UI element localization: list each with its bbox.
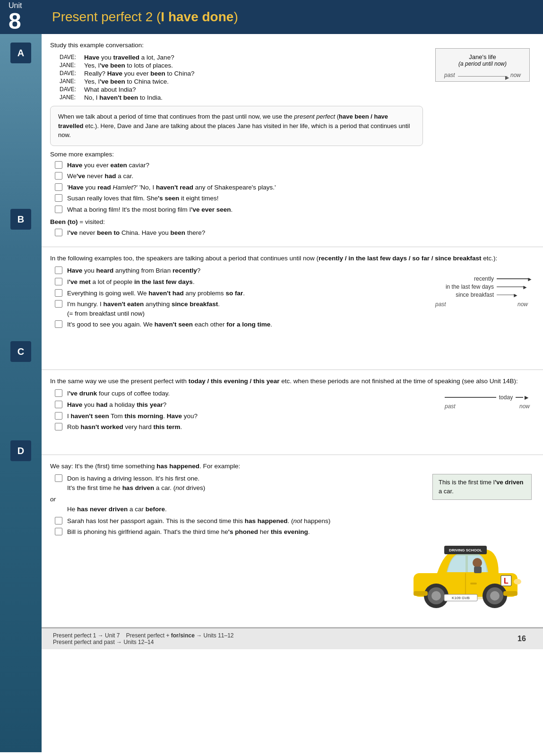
section-c-intro: In the same way we use the present perfe… <box>50 377 532 386</box>
info-box-subtitle: (a period until now) <box>444 60 521 67</box>
example-text: Have you had a holiday this year? <box>67 400 432 410</box>
conv-speaker-2: JANE: <box>60 62 84 69</box>
list-item: It's good to see you again. We haven't s… <box>55 320 423 329</box>
list-item: I'm hungry. I haven't eaten anything sin… <box>55 300 423 318</box>
conv-speaker-5: DAVE: <box>60 86 84 93</box>
examples-list-b: Have you heard anything from Brian recen… <box>55 266 423 329</box>
timeline-now-b: now <box>517 301 528 308</box>
conv-text-5: What about India? <box>84 86 532 93</box>
conv-text-6: No, I haven't been to India. <box>84 94 532 101</box>
svg-rect-11 <box>414 591 428 596</box>
timeline-past: past <box>444 72 455 78</box>
example-text: I haven't seen Tom this morning. Have yo… <box>67 412 432 421</box>
conv-line-5: DAVE: What about India? <box>60 86 532 93</box>
timeline-past-b: past <box>435 301 446 308</box>
checkbox-icon <box>55 172 62 180</box>
list-item: 'Have you read Hamlet?' 'No, I haven't r… <box>55 183 532 192</box>
unit-label: Unit 8 <box>0 0 43 36</box>
checkbox-icon <box>55 183 62 191</box>
example-text: Don is having a driving lesson. It's his… <box>67 474 425 492</box>
list-item: Have you ever eaten caviar? <box>55 161 532 170</box>
page-footer: Present perfect 1 → Unit 7 Present perfe… <box>42 627 543 649</box>
example-text: Everything is going well. We haven't had… <box>67 289 423 298</box>
conv-speaker-1: DAVE: <box>60 54 84 61</box>
list-item: Have you heard anything from Brian recen… <box>55 266 423 275</box>
example-text: I'm hungry. I haven't eaten anything sin… <box>67 300 423 318</box>
list-item: Rob hasn't worked very hard this term. <box>55 422 432 432</box>
list-item: I've met a lot of people in the last few… <box>55 277 423 287</box>
list-item: I haven't seen Tom this morning. Have yo… <box>55 412 432 421</box>
section-badge-c: C <box>10 341 31 362</box>
main-content: Study this example conversation: DAVE: H… <box>42 34 543 752</box>
list-item: Everything is going well. We haven't had… <box>55 289 423 298</box>
checkbox-icon <box>55 412 62 420</box>
svg-point-8 <box>514 579 521 584</box>
list-item: Have you had a holiday this year? <box>55 400 432 410</box>
unit-number: 8 <box>9 10 21 33</box>
list-item: What a boring film! It's the most boring… <box>55 205 532 215</box>
checkbox-icon <box>55 266 62 274</box>
example-text: Have you heard anything from Brian recen… <box>67 266 423 275</box>
example-text: I've met a lot of people in the last few… <box>67 277 423 287</box>
list-item: I've never been to China. Have you been … <box>55 228 532 238</box>
conv-speaker-3: DAVE: <box>60 70 84 77</box>
example-text: I've drunk four cups of coffee today. <box>67 389 432 398</box>
page-title: Present perfect 2 (I have done) <box>43 9 543 25</box>
list-item: Susan really loves that film. She's seen… <box>55 194 532 203</box>
timeline-diagram-c: today ► past now <box>445 394 530 410</box>
timeline-now: now <box>510 72 521 78</box>
footer-link-2: Present perfect and past → Units 12–14 <box>53 639 517 645</box>
examples-list-a: Have you ever eaten caviar? We've never … <box>55 161 532 215</box>
info-box-janes-life: Jane's life (a period until now) past ► … <box>435 48 530 82</box>
section-d-intro: We say: It's the (first) time something … <box>50 462 532 471</box>
checkbox-icon <box>55 229 62 236</box>
been-box: Been (to) = visited: I've never been to … <box>50 218 532 238</box>
section-badge-d: D <box>10 440 31 461</box>
section-d: We say: It's the (first) time something … <box>42 455 543 627</box>
explanation-box: When we talk about a period of time that… <box>50 106 423 146</box>
info-box-title: Jane's life <box>444 53 521 60</box>
svg-point-7 <box>490 591 500 601</box>
conv-speaker-4: JANE: <box>60 78 84 85</box>
sidebar: A B C D <box>0 34 42 752</box>
checkbox-icon <box>55 278 62 285</box>
svg-rect-20 <box>474 567 482 573</box>
svg-point-4 <box>431 591 441 601</box>
footer-links: Present perfect 1 → Unit 7 Present perfe… <box>53 632 517 645</box>
example-text: Bill is phoning his girlfriend again. Th… <box>67 527 396 537</box>
page-number: 16 <box>517 635 532 643</box>
section-b-intro: In the following examples too, the speak… <box>50 254 532 263</box>
checkbox-icon <box>55 401 62 408</box>
more-examples-label: Some more examples: <box>50 151 532 158</box>
conv-speaker-6: JANE: <box>60 94 84 101</box>
svg-point-19 <box>473 558 482 567</box>
car-illustration: L K109 GVB DRIVING SCHOOL <box>404 521 527 616</box>
svg-text:K109 GVB: K109 GVB <box>452 596 470 600</box>
or-example-text: He has never driven a car before. <box>67 506 167 513</box>
example-text: Susan really loves that film. She's seen… <box>67 194 532 203</box>
section-badge-b: B <box>10 209 31 230</box>
example-text: It's good to see you again. We haven't s… <box>67 320 423 329</box>
checkbox-icon <box>55 161 62 169</box>
example-text: Sarah has lost her passport again. This … <box>67 516 396 526</box>
car-svg: L K109 GVB DRIVING SCHOOL <box>404 521 527 611</box>
first-time-box: This is the first time I've driven a car… <box>432 474 532 499</box>
svg-text:L: L <box>504 577 509 585</box>
section-b: In the following examples too, the speak… <box>42 247 543 370</box>
conv-line-6: JANE: No, I haven't been to India. <box>60 94 532 101</box>
svg-rect-10 <box>470 583 477 584</box>
example-text: Have you ever eaten caviar? <box>67 161 532 170</box>
example-text: 'Have you read Hamlet?' 'No, I haven't r… <box>67 183 532 192</box>
checkbox-icon <box>55 389 62 397</box>
checkbox-icon <box>55 474 62 482</box>
svg-rect-12 <box>503 591 517 596</box>
section-c: In the same way we use the present perfe… <box>42 370 543 455</box>
checkbox-icon <box>55 528 62 535</box>
section-badge-a: A <box>10 43 31 63</box>
list-item: Sarah has lost her passport again. This … <box>55 516 396 526</box>
page-header: Unit 8 Present perfect 2 (I have done) <box>0 0 543 34</box>
list-item: We've never had a car. <box>55 172 532 181</box>
content-wrapper: A B C D Study this example conversation:… <box>0 34 543 752</box>
timeline-diagram-b: recently ► in the last few days ► since … <box>435 275 530 308</box>
example-text: I've never been to China. Have you been … <box>67 228 532 238</box>
